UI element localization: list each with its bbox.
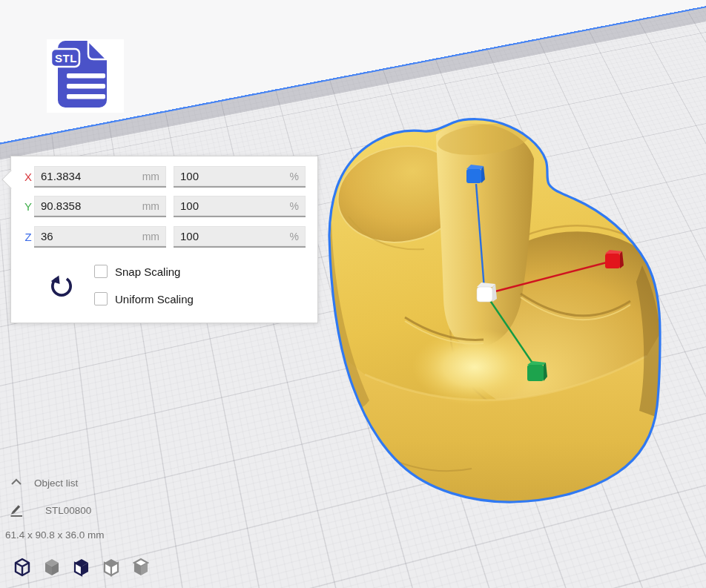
x-axis-label: X xyxy=(22,171,35,183)
x-size-input[interactable] xyxy=(34,170,142,182)
z-axis-label: Z xyxy=(22,231,35,243)
y-percent-unit: % xyxy=(290,200,306,212)
y-size-unit: mm xyxy=(142,200,166,212)
collapse-chevron-icon[interactable] xyxy=(10,478,22,486)
center-handle[interactable] xyxy=(477,283,497,302)
left-view-icon[interactable] xyxy=(99,555,123,579)
model-dimensions-label: 61.4 x 90.8 x 36.0 mm xyxy=(5,529,105,541)
x-percent-field[interactable]: % xyxy=(174,166,306,188)
uniform-scaling-label: Uniform Scaling xyxy=(115,293,194,305)
uniform-scaling-row: Uniform Scaling xyxy=(94,292,194,305)
z-size-input[interactable] xyxy=(34,230,142,242)
top-view-icon[interactable] xyxy=(70,555,93,579)
front-view-icon[interactable] xyxy=(40,555,64,579)
z-percent-field[interactable]: % xyxy=(174,226,306,248)
y-size-input[interactable] xyxy=(34,199,142,212)
stl-file-icon: STL xyxy=(47,39,124,113)
y-size-field[interactable]: mm xyxy=(34,196,166,217)
snap-scaling-label: Snap Scaling xyxy=(115,265,180,278)
z-size-field[interactable]: mm xyxy=(34,226,166,248)
y-percent-field[interactable]: % xyxy=(174,196,306,217)
snap-scaling-checkbox[interactable] xyxy=(94,265,108,278)
y-percent-input[interactable] xyxy=(174,199,290,212)
view-orientation-toolbar xyxy=(10,555,153,579)
reset-scale-button[interactable] xyxy=(50,274,73,299)
right-view-icon[interactable] xyxy=(129,555,153,579)
z-axis-handle[interactable] xyxy=(466,165,485,183)
model-stl00800[interactable] xyxy=(326,119,704,512)
object-list-item[interactable]: STL00800 xyxy=(45,505,91,516)
scale-tool-panel: X mm % Y mm % Z mm xyxy=(10,156,318,323)
x-size-field[interactable]: mm xyxy=(34,166,166,188)
z-percent-input[interactable] xyxy=(174,230,290,242)
x-size-unit: mm xyxy=(142,171,166,182)
z-percent-unit: % xyxy=(290,231,306,242)
z-size-unit: mm xyxy=(142,231,166,242)
pencil-icon xyxy=(9,501,24,518)
application-window: STL X mm % Y mm xyxy=(0,0,706,588)
snap-scaling-row: Snap Scaling xyxy=(94,265,180,278)
y-axis-handle[interactable] xyxy=(527,361,547,381)
x-axis-handle[interactable] xyxy=(605,250,624,268)
object-list-header[interactable]: Object list xyxy=(34,478,78,489)
3d-view-icon[interactable] xyxy=(10,555,34,579)
stl-badge-label: STL xyxy=(55,52,77,65)
x-percent-input[interactable] xyxy=(174,170,290,182)
uniform-scaling-checkbox[interactable] xyxy=(94,292,108,305)
stl-document-icon: STL xyxy=(47,39,124,113)
x-percent-unit: % xyxy=(290,171,306,182)
y-axis-label: Y xyxy=(22,200,35,213)
